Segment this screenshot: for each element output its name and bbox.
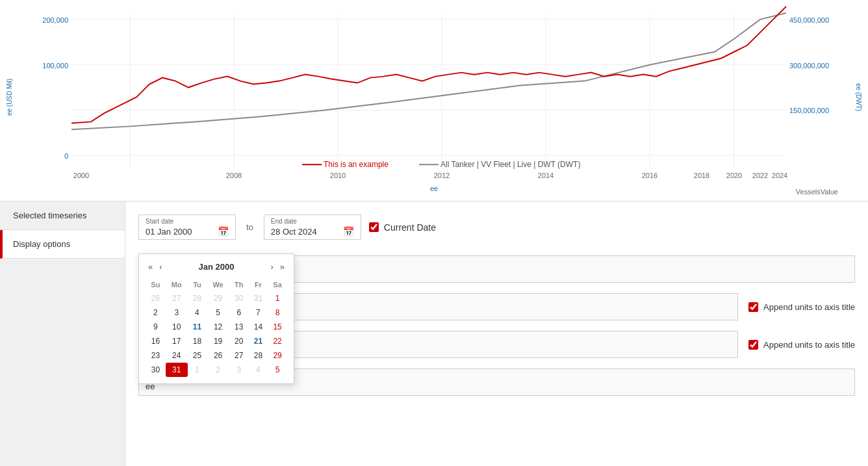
calendar-next-button[interactable]: › [268, 261, 275, 273]
calendar-next-next-button[interactable]: » [277, 261, 287, 273]
date-to-label: to [244, 222, 256, 232]
chart-area: 200,000 100,000 0 ee (USD Mil) 450,000,0… [0, 0, 868, 201]
cal-dow-sa: Sa [268, 278, 287, 291]
calendar-day[interactable]: 27 [229, 348, 249, 363]
svg-text:300,000,000: 300,000,000 [789, 62, 829, 70]
calendar-day[interactable]: 9 [146, 320, 166, 334]
calendar-day[interactable]: 8 [268, 305, 287, 320]
calendar-day[interactable]: 28 [249, 348, 268, 363]
svg-text:450,000,000: 450,000,000 [789, 16, 829, 24]
calendar-day[interactable]: 28 [188, 291, 207, 305]
calendar-day[interactable]: 16 [146, 334, 166, 348]
calendar-day[interactable]: 10 [166, 320, 188, 334]
calendar-day[interactable]: 25 [188, 348, 207, 363]
calendar-day[interactable]: 2 [207, 363, 229, 377]
calendar-day[interactable]: 14 [249, 320, 268, 334]
svg-text:ee: ee [430, 185, 438, 192]
cal-dow-su: Su [146, 278, 166, 291]
calendar-next-nav: › » [268, 261, 287, 273]
current-date-check: Current Date [369, 222, 436, 233]
calendar-day[interactable]: 29 [207, 291, 229, 305]
current-date-label: Current Date [384, 222, 436, 233]
calendar-day[interactable]: 18 [188, 334, 207, 348]
current-date-checkbox[interactable] [369, 222, 379, 232]
date-row: « ‹ Jan 2000 › » Su Mo [138, 214, 855, 240]
calendar-day[interactable]: 3 [229, 363, 249, 377]
calendar-month-year: Jan 2000 [199, 262, 235, 272]
svg-text:2000: 2000 [73, 172, 89, 179]
start-date-value: 01 Jan 2000 [146, 227, 192, 237]
calendar-day[interactable]: 6 [229, 305, 249, 320]
calendar-day[interactable]: 26 [207, 348, 229, 363]
cal-dow-th: Th [229, 278, 249, 291]
svg-text:2008: 2008 [226, 172, 242, 179]
svg-text:2022: 2022 [752, 172, 768, 179]
y-right-append-label: Append units to axis title [763, 340, 855, 350]
y-left-append-check-wrap: Append units to axis title [748, 293, 855, 320]
svg-text:ee (DWT): ee (DWT) [855, 83, 862, 111]
svg-text:0: 0 [64, 152, 68, 160]
calendar-day[interactable]: 5 [268, 363, 287, 377]
calendar-day[interactable]: 5 [207, 305, 229, 320]
end-date-calendar-icon[interactable]: 📅 [343, 226, 354, 237]
calendar-day[interactable]: 23 [146, 348, 166, 363]
calendar-day[interactable]: 21 [249, 334, 268, 348]
calendar-day[interactable]: 12 [207, 320, 229, 334]
start-date-calendar-icon[interactable]: 📅 [218, 226, 229, 237]
calendar-day[interactable]: 7 [249, 305, 268, 320]
svg-text:All Tanker | VV Fleet | Live |: All Tanker | VV Fleet | Live | DWT (DWT) [440, 160, 580, 169]
end-date-label: End date [271, 218, 354, 225]
calendar-day[interactable]: 13 [229, 320, 249, 334]
end-date-field[interactable]: End date 28 Oct 2024 📅 [264, 214, 361, 240]
svg-text:100,000: 100,000 [42, 62, 68, 70]
svg-text:2018: 2018 [694, 172, 709, 179]
calendar-day[interactable]: 4 [249, 363, 268, 377]
calendar-day[interactable]: 29 [268, 348, 287, 363]
main-content: « ‹ Jan 2000 › » Su Mo [125, 201, 868, 466]
calendar-prev-button[interactable]: ‹ [157, 261, 164, 273]
calendar-day[interactable]: 30 [146, 363, 166, 377]
svg-text:VesselsValue: VesselsValue [796, 188, 838, 196]
calendar-header: « ‹ Jan 2000 › » [146, 261, 287, 273]
calendar-day[interactable]: 26 [146, 291, 166, 305]
calendar-prev-prev-button[interactable]: « [146, 261, 155, 273]
svg-text:ee (USD Mil): ee (USD Mil) [6, 79, 13, 116]
start-date-inner: 01 Jan 2000 📅 [146, 226, 229, 237]
calendar-day[interactable]: 17 [166, 334, 188, 348]
y-left-append-label: Append units to axis title [763, 302, 855, 312]
calendar-day[interactable]: 30 [229, 291, 249, 305]
calendar-day[interactable]: 27 [166, 291, 188, 305]
calendar-day[interactable]: 1 [188, 363, 207, 377]
calendar-day[interactable]: 15 [268, 320, 287, 334]
calendar-day[interactable]: 11 [188, 320, 207, 334]
svg-text:200,000: 200,000 [42, 16, 68, 24]
svg-text:2020: 2020 [726, 172, 742, 179]
calendar-day[interactable]: 24 [166, 348, 188, 363]
y-left-append-checkbox[interactable] [748, 302, 758, 312]
calendar-day[interactable]: 20 [229, 334, 249, 348]
start-date-field[interactable]: Start date 01 Jan 2000 📅 [138, 214, 236, 240]
svg-text:2012: 2012 [434, 172, 450, 179]
end-date-inner: 28 Oct 2024 📅 [271, 226, 354, 237]
sidebar-item-display-options[interactable]: Display options [0, 230, 125, 259]
calendar-day[interactable]: 31 [249, 291, 268, 305]
svg-text:2010: 2010 [330, 172, 346, 179]
main-container: 200,000 100,000 0 ee (USD Mil) 450,000,0… [0, 0, 868, 466]
calendar-day[interactable]: 3 [166, 305, 188, 320]
calendar-day[interactable]: 22 [268, 334, 287, 348]
svg-text:This is an example: This is an example [324, 160, 389, 169]
calendar-popup: « ‹ Jan 2000 › » Su Mo [138, 253, 294, 384]
sidebar: Selected timeseries Display options [0, 201, 125, 466]
start-date-label: Start date [146, 218, 229, 225]
end-date-value: 28 Oct 2024 [271, 227, 317, 237]
y-right-append-checkbox[interactable] [748, 340, 758, 350]
cal-dow-we: We [207, 278, 229, 291]
calendar-day[interactable]: 2 [146, 305, 166, 320]
cal-dow-fr: Fr [249, 278, 268, 291]
sidebar-item-timeseries[interactable]: Selected timeseries [0, 201, 125, 230]
calendar-day[interactable]: 4 [188, 305, 207, 320]
calendar-day[interactable]: 19 [207, 334, 229, 348]
calendar-day[interactable]: 1 [268, 291, 287, 305]
bottom-panel: Selected timeseries Display options « ‹ … [0, 201, 868, 466]
calendar-day[interactable]: 31 [166, 363, 188, 377]
